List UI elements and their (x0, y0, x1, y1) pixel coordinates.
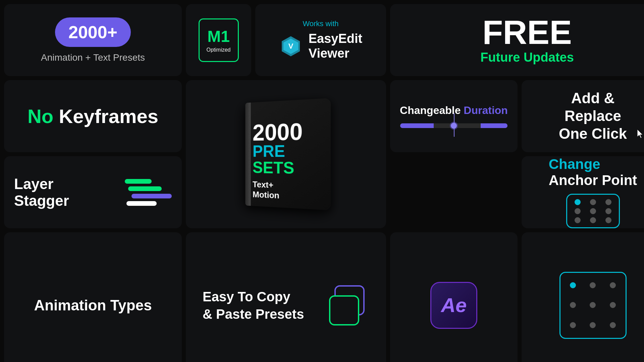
free-label: FREE (482, 15, 572, 49)
easyedit-cell: Works with V EasyEditViewer (255, 4, 386, 76)
anchor-grid-box (566, 194, 620, 228)
preset-number: 2000 (252, 121, 303, 143)
m1-optimized-cell: M1 Optimized (186, 4, 251, 76)
add-replace-cell: Add &ReplaceOne Click (522, 80, 644, 152)
future-updates-label: Future Updates (480, 50, 574, 65)
anchor-dot2-bl (570, 322, 576, 328)
copy-paste-icon (329, 285, 369, 325)
duration-bar-right-fill (481, 123, 507, 128)
duration-label: Duration (464, 104, 508, 116)
preset-pre-text: PRE (252, 143, 285, 160)
change-anchor-header: Change Anchor Point (549, 156, 637, 188)
anchor-dot-mr (605, 208, 611, 214)
copy-rect-front (329, 295, 359, 325)
copy-paste-text: Easy To Copy& Paste Presets (203, 289, 304, 321)
anchor-dot2-mc (590, 302, 596, 308)
no-label: No (28, 105, 53, 127)
svg-text:V: V (288, 42, 293, 50)
stagger-bar-3 (131, 194, 172, 198)
presets-count-cell: 2000+ Animation + Text Presets (4, 4, 182, 76)
changeable-duration-cell: Changeable Duration (390, 80, 518, 152)
stagger-bar-4 (126, 201, 157, 206)
anchor-dot2-ml (570, 302, 576, 308)
presets-book-cell: 2000 PRE SETS Text+Motion (186, 80, 386, 228)
no-keyframes-cell: No Keyframes (4, 80, 182, 152)
svg-marker-3 (637, 129, 643, 138)
animation-types-cell: Animation Types (4, 232, 182, 362)
anchor-dot2-bc (590, 322, 596, 328)
easyedit-row: V EasyEditViewer (279, 32, 363, 61)
anchor-dot-tr (605, 199, 611, 205)
anchor-dot2-tr (610, 282, 616, 288)
preset-book-container: 2000 PRE SETS Text+Motion (186, 80, 386, 228)
badge-2000: 2000+ (55, 17, 131, 47)
keyframes-label: Keyframes (53, 105, 158, 127)
badge-2000-text: 2000+ (68, 22, 117, 42)
animation-presets-label: Animation + Text Presets (41, 52, 145, 63)
easyedit-name-text: EasyEditViewer (309, 32, 363, 61)
no-keyframes-text: No Keyframes (28, 105, 158, 127)
copy-paste-cell: Easy To Copy& Paste Presets (186, 232, 386, 362)
change-anchor-cell: Change Anchor Point (522, 156, 644, 228)
works-with-label: Works with (303, 19, 338, 28)
anchor-dot-bl (575, 217, 581, 223)
anchor-dot-bc (590, 217, 596, 223)
free-updates-cell: FREE Future Updates (390, 4, 644, 76)
layer-stagger-text: Layer Stagger (14, 176, 107, 209)
layer-stagger-cell: Layer Stagger (4, 156, 182, 228)
anchor-dot-br (605, 217, 611, 223)
change-label: Change (549, 156, 637, 172)
preset-subtitle-text: Text+Motion (252, 179, 279, 201)
stagger-bars (125, 179, 172, 206)
anchor-dot-ml (575, 208, 581, 214)
easyedit-logo-icon: V (279, 35, 303, 58)
anchor-grid-cell-2 (522, 232, 644, 362)
cursor-icon (637, 129, 644, 139)
ae-text: Ae (441, 294, 467, 317)
ae-icon-box: Ae (430, 282, 477, 329)
anchor-grid-box-2 (559, 272, 627, 339)
anchor-dot-mc (590, 208, 596, 214)
m1-box: M1 Optimized (199, 18, 239, 62)
stagger-bar-2 (128, 186, 162, 191)
anchor-dot2-tc (590, 282, 596, 288)
preset-book: 2000 PRE SETS Text+Motion (245, 98, 331, 210)
duration-bar-handle (451, 123, 457, 129)
anchor-dot-tl (575, 199, 581, 205)
preset-sets-text: SETS (252, 159, 294, 176)
anchor-dot2-tl (570, 282, 576, 288)
after-effects-cell: Ae (390, 232, 518, 362)
add-replace-text: Add &ReplaceOne Click (559, 89, 627, 142)
animation-types-text: Animation Types (34, 297, 152, 314)
copy-paste-text-container: Easy To Copy& Paste Presets (203, 288, 319, 323)
anchor-dot2-br (610, 322, 616, 328)
anchor-point-label: Anchor Point (549, 172, 637, 188)
stagger-bar-1 (125, 179, 152, 184)
duration-bar-left-fill (400, 123, 434, 128)
anchor-dot2-mr (610, 302, 616, 308)
m1-text: M1 (207, 27, 230, 46)
optimized-text: Optimized (206, 47, 230, 53)
duration-bar (400, 123, 507, 128)
anchor-dot-tc (590, 199, 596, 205)
